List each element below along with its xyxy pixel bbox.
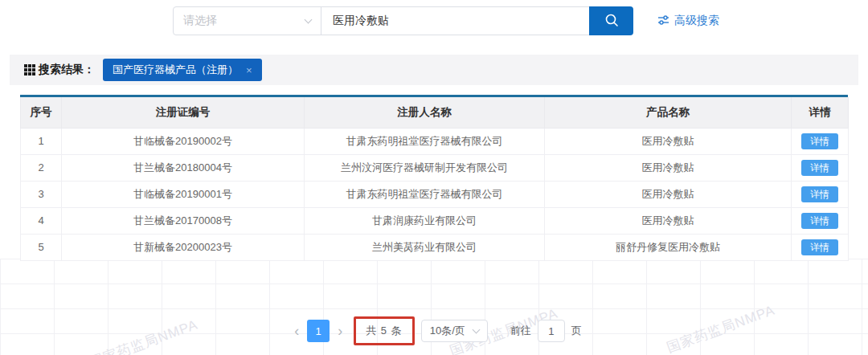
advanced-search-link[interactable]: 高级搜索: [657, 6, 719, 35]
cell-product: 丽舒丹修复医用冷敷贴: [545, 234, 792, 260]
cell-cert-no: 甘临械备20190001号: [62, 181, 305, 207]
advanced-search-label: 高级搜索: [674, 14, 719, 28]
close-icon[interactable]: ×: [246, 65, 252, 75]
detail-button[interactable]: 详情: [801, 213, 838, 229]
header-registrant: 注册人名称: [305, 97, 545, 128]
table-row: 5 甘新械备20200023号 兰州美莴药业有限公司 丽舒丹修复医用冷敷贴 详情: [21, 234, 849, 260]
goto-page: 前往 页: [510, 320, 582, 342]
table-header-row: 序号 注册证编号 注册人名称 产品名称 详情: [21, 97, 849, 128]
total-count-label: 共 5 条: [366, 324, 402, 338]
detail-button[interactable]: 详情: [801, 239, 838, 255]
cell-index: 4: [21, 207, 62, 234]
cell-product: 医用冷敷贴: [545, 181, 792, 207]
table-row: 2 甘兰械备20180004号 兰州汶河医疗器械研制开发有限公司 医用冷敷贴 详…: [21, 154, 849, 181]
grid-icon: [24, 64, 35, 75]
page-size-value: 10条/页: [430, 324, 465, 338]
cell-registrant: 兰州汶河医疗器械研制开发有限公司: [305, 154, 545, 181]
cell-product: 医用冷敷贴: [545, 207, 792, 234]
cell-cert-no: 甘新械备20200023号: [62, 234, 305, 260]
search-icon: [604, 12, 620, 31]
goto-page-input[interactable]: [538, 320, 565, 342]
category-select-placeholder: 请选择: [183, 14, 217, 28]
filter-icon: [657, 14, 669, 28]
cell-cert-no: 甘临械备20190002号: [62, 128, 305, 154]
detail-button[interactable]: 详情: [801, 160, 838, 176]
pagination: ‹ 1 › 共 5 条 10条/页 前往 页: [0, 315, 868, 347]
result-filter-tag-label: 国产医疗器械产品（注册）: [113, 63, 238, 77]
cell-registrant: 甘肃东药明祖堂医疗器械有限公司: [305, 128, 545, 154]
cell-registrant: 兰州美莴药业有限公司: [305, 234, 545, 260]
header-cert-no: 注册证编号: [62, 97, 305, 128]
next-page-arrow[interactable]: ›: [330, 324, 350, 338]
detail-button[interactable]: 详情: [801, 186, 838, 202]
category-select[interactable]: 请选择: [173, 6, 321, 35]
header-detail: 详情: [792, 97, 849, 128]
result-filter-tag[interactable]: 国产医疗器械产品（注册） ×: [103, 59, 262, 81]
prev-page-arrow[interactable]: ‹: [286, 324, 307, 338]
search-input[interactable]: [321, 6, 590, 35]
table-row: 1 甘临械备20190002号 甘肃东药明祖堂医疗器械有限公司 医用冷敷贴 详情: [21, 128, 849, 154]
total-count-highlight: 共 5 条: [354, 316, 414, 345]
cell-product: 医用冷敷贴: [545, 154, 792, 181]
cell-cert-no: 甘兰械备20170008号: [62, 207, 305, 234]
cell-index: 1: [21, 128, 62, 154]
results-table: 序号 注册证编号 注册人名称 产品名称 详情 1 甘临械备20190002号 甘…: [20, 95, 848, 261]
cell-product: 医用冷敷贴: [545, 128, 792, 154]
search-results-page: 国家药监局NMPA 国家药监局NMPA 国家药监局NMPA 请选择: [0, 0, 868, 355]
page-size-select[interactable]: 10条/页: [421, 320, 488, 342]
cell-registrant: 甘肃润康药业有限公司: [305, 207, 545, 234]
search-bar: 请选择 高级搜索: [173, 6, 719, 35]
header-product: 产品名称: [545, 97, 792, 128]
chevron-down-icon: [305, 15, 313, 23]
cell-index: 5: [21, 234, 62, 260]
detail-button[interactable]: 详情: [801, 133, 838, 149]
cell-index: 3: [21, 181, 62, 207]
page-1-button[interactable]: 1: [307, 320, 330, 342]
goto-suffix-label: 页: [571, 324, 582, 338]
cell-cert-no: 甘兰械备20180004号: [62, 154, 305, 181]
search-button[interactable]: [589, 6, 633, 35]
header-index: 序号: [21, 97, 62, 128]
chevron-down-icon: [472, 325, 480, 333]
goto-prefix-label: 前往: [510, 324, 531, 338]
cell-registrant: 甘肃东药明祖堂医疗器械有限公司: [305, 181, 545, 207]
table-row: 3 甘临械备20190001号 甘肃东药明祖堂医疗器械有限公司 医用冷敷贴 详情: [21, 181, 849, 207]
results-bar: 搜索结果： 国产医疗器械产品（注册） ×: [10, 55, 858, 85]
cell-index: 2: [21, 154, 62, 181]
results-label: 搜索结果：: [39, 63, 95, 77]
table-row: 4 甘兰械备20170008号 甘肃润康药业有限公司 医用冷敷贴 详情: [21, 207, 849, 234]
